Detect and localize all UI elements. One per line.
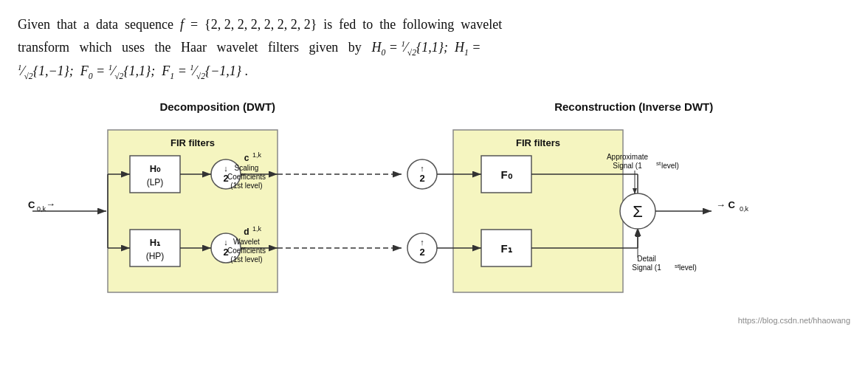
svg-text:level): level): [679, 264, 697, 272]
diagram-container: Decomposition (DWT) Reconstruction (Inve…: [18, 100, 850, 325]
svg-text:(1st level): (1st level): [230, 255, 262, 264]
svg-text:0,k: 0,k: [37, 205, 46, 213]
svg-text:1,k: 1,k: [252, 225, 262, 233]
svg-text:Coefficients: Coefficients: [227, 173, 266, 181]
svg-text:Signal (1: Signal (1: [632, 264, 661, 272]
svg-text:(1st level): (1st level): [230, 182, 262, 190]
svg-text:c: c: [244, 153, 249, 163]
svg-text:Approximate: Approximate: [607, 153, 649, 161]
svg-text:→: →: [46, 199, 55, 210]
svg-text:d: d: [244, 227, 249, 237]
svg-text:→ C: → C: [716, 199, 736, 210]
svg-text:F₀: F₀: [500, 168, 512, 181]
problem-text: Given that a data sequence f = {2, 2, 2,…: [18, 13, 850, 84]
svg-text:(HP): (HP): [146, 251, 165, 261]
svg-text:level): level): [661, 162, 679, 170]
svg-text:↓: ↓: [224, 164, 228, 173]
svg-text:Detail: Detail: [637, 255, 656, 263]
svg-text:0,k: 0,k: [740, 205, 749, 213]
svg-text:Coefficients: Coefficients: [227, 247, 266, 255]
svg-text:Wavelet: Wavelet: [233, 238, 260, 246]
svg-text:↑: ↑: [420, 164, 424, 173]
svg-text:1,k: 1,k: [252, 151, 262, 159]
decomp-title: Decomposition (DWT): [159, 100, 275, 113]
svg-text:st: st: [656, 160, 661, 167]
svg-text:Signal (1: Signal (1: [613, 162, 642, 170]
svg-text:FIR filters: FIR filters: [516, 137, 560, 148]
watermark: https://blog.csdn.net/hhaowang: [18, 316, 850, 325]
svg-text:F₁: F₁: [500, 242, 512, 255]
svg-text:↑: ↑: [420, 238, 424, 247]
svg-text:2: 2: [419, 247, 424, 258]
svg-text:Σ: Σ: [633, 202, 643, 221]
svg-text:↓: ↓: [224, 238, 228, 247]
svg-text:2: 2: [419, 173, 424, 184]
svg-text:FIR filters: FIR filters: [170, 137, 215, 148]
svg-text:(LP): (LP): [147, 177, 164, 188]
svg-text:Scaling: Scaling: [235, 164, 259, 172]
svg-text:C: C: [28, 199, 35, 210]
main-diagram-svg: FIR filters H₀ (LP) H₁ (HP) ↓ 2 ↓ 2 C 0,…: [18, 115, 850, 314]
svg-text:H₀: H₀: [150, 163, 161, 174]
recon-title: Reconstruction (Inverse DWT): [554, 100, 713, 113]
svg-rect-46: [453, 130, 623, 292]
svg-text:H₁: H₁: [150, 237, 161, 248]
